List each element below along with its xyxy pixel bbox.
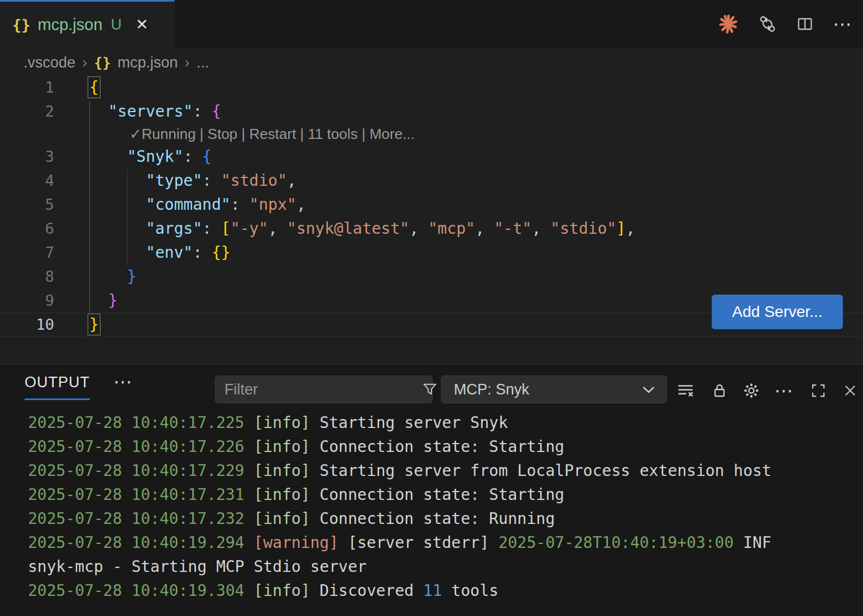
add-server-button[interactable]: Add Server... xyxy=(712,295,843,329)
open-changes-icon[interactable] xyxy=(758,15,777,33)
log-line: 2025-07-28 10:40:17.226 [info] Connectio… xyxy=(28,435,854,459)
code-line-5[interactable]: 5 "command": "npx", xyxy=(0,192,863,216)
chevron-right-icon: › xyxy=(185,54,190,71)
output-channel-value: MCP: Snyk xyxy=(454,381,642,398)
tab-output[interactable]: OUTPUT xyxy=(25,374,90,400)
code-line-2[interactable]: 2 "servers": { xyxy=(0,99,863,123)
log-line: 2025-07-28 10:40:17.229 [info] Starting … xyxy=(28,459,854,483)
code-line-1[interactable]: 1{ xyxy=(0,75,863,99)
line-number: 7 xyxy=(0,244,54,261)
breadcrumb: .vscode › {} mcp.json › ... xyxy=(23,52,209,73)
code-line-6[interactable]: 6 "args": ["-y", "snyk@latest", "mcp", "… xyxy=(0,216,863,240)
output-log: 2025-07-28 10:40:17.225 [info] Starting … xyxy=(28,411,854,603)
log-line: 2025-07-28 10:40:17.231 [info] Connectio… xyxy=(28,483,854,507)
line-number: 4 xyxy=(0,172,54,189)
log-line: 2025-07-28 10:40:17.225 [info] Starting … xyxy=(28,411,854,435)
clear-output-icon[interactable] xyxy=(675,380,696,401)
filter-funnel-icon[interactable] xyxy=(422,382,438,397)
breadcrumb-file[interactable]: mcp.json xyxy=(118,54,178,71)
panel-toolbar-more-icon[interactable]: ⋯ xyxy=(774,380,795,401)
editor-actions: ⋯ xyxy=(718,0,853,47)
code-line-8[interactable]: 8 } xyxy=(0,264,863,288)
lock-icon[interactable] xyxy=(709,380,730,401)
line-number: 10 xyxy=(0,316,54,333)
filter-input[interactable] xyxy=(224,381,422,398)
breadcrumb-folder[interactable]: .vscode xyxy=(23,54,75,71)
panel-more-actions-icon[interactable]: ⋯ xyxy=(113,372,133,391)
output-channel-select[interactable]: MCP: Snyk xyxy=(441,376,667,403)
git-untracked-badge: U xyxy=(111,16,122,33)
log-line: 2025-07-28 10:40:19.294 [warning] [serve… xyxy=(28,531,854,555)
tab-filename: mcp.json xyxy=(38,16,103,34)
more-actions-icon[interactable]: ⋯ xyxy=(833,15,853,33)
chevron-right-icon: › xyxy=(82,54,87,71)
code-editor: .vscode › {} mcp.json › ... 1{2 "servers… xyxy=(0,47,863,364)
close-panel-icon[interactable] xyxy=(840,380,861,401)
gear-icon[interactable] xyxy=(741,380,762,401)
maximize-panel-icon[interactable] xyxy=(808,380,829,401)
chevron-down-icon xyxy=(642,385,655,394)
output-panel: OUTPUT ⋯ MCP: Snyk xyxy=(0,364,863,616)
log-line: 2025-07-28 10:40:19.304 [info] Discovere… xyxy=(28,579,854,603)
log-line: snyk-mcp - Starting MCP Stdio server xyxy=(28,555,854,579)
output-filter xyxy=(215,376,433,403)
codelens-action[interactable]: More... xyxy=(370,126,415,142)
codelens-action[interactable]: Stop xyxy=(208,126,238,142)
editor-tab-bar: {} mcp.json U ✕ ⋯ xyxy=(0,0,863,47)
line-number: 5 xyxy=(0,196,54,213)
claude-starburst-icon[interactable] xyxy=(718,13,739,35)
json-file-icon: {} xyxy=(12,16,31,33)
tab-close-icon[interactable]: ✕ xyxy=(136,17,148,32)
line-number: 6 xyxy=(0,220,54,237)
line-number: 1 xyxy=(0,79,54,96)
breadcrumb-symbol-more[interactable]: ... xyxy=(196,54,209,71)
line-number: 2 xyxy=(0,103,54,120)
json-file-icon: {} xyxy=(94,55,111,71)
code-line-7[interactable]: 7 "env": {} xyxy=(0,240,863,264)
log-line: 2025-07-28 10:40:17.232 [info] Connectio… xyxy=(28,507,854,531)
code-line-4[interactable]: 4 "type": "stdio", xyxy=(0,169,863,192)
codelens-action[interactable]: ✓Running xyxy=(130,126,196,142)
codelens-action[interactable]: Restart xyxy=(250,126,296,142)
split-editor-icon[interactable] xyxy=(796,15,814,33)
code-line-3[interactable]: 3 "Snyk": { xyxy=(0,145,863,169)
line-number: 9 xyxy=(0,292,54,309)
codelens-action[interactable]: 11 tools xyxy=(308,126,358,142)
codelens-row: ✓Running | Stop | Restart | 11 tools | M… xyxy=(0,123,863,145)
line-number: 8 xyxy=(0,268,54,285)
tab-mcp-json[interactable]: {} mcp.json U ✕ xyxy=(0,0,175,47)
line-number: 3 xyxy=(0,148,54,165)
